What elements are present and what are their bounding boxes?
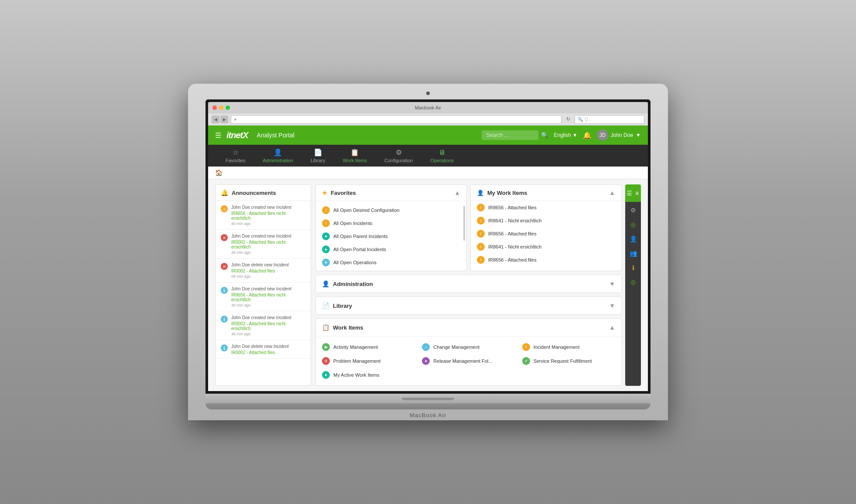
back-button[interactable]: ◀: [212, 116, 219, 123]
nav-item-operations-label: Operations: [430, 158, 454, 163]
app-logo: itnetX: [226, 130, 248, 140]
sidebar-target-icon[interactable]: ◎: [627, 218, 640, 231]
browser-search[interactable]: 🔍 Q...: [575, 115, 644, 124]
announcements-title: Announcements: [232, 190, 276, 196]
announcement-content: John Doe delete new Incident IR0002 - At…: [231, 344, 305, 355]
home-icon[interactable]: 🏠: [215, 169, 223, 176]
main-content: 🔔 Announcements ⚠ John Doe created new I…: [208, 179, 648, 391]
list-item[interactable]: ● All Open Operations: [316, 256, 466, 269]
favorites-card-header: ★ Favorites ▲: [316, 185, 466, 201]
list-item[interactable]: ! IR8656 - Attached files: [471, 227, 621, 240]
work-item-icon: !: [477, 256, 485, 264]
info-icon: ℹ: [221, 316, 228, 323]
favorites-collapse-button[interactable]: ▲: [454, 189, 460, 196]
header-search-input[interactable]: [482, 130, 538, 140]
notifications-bell-icon[interactable]: 🔔: [583, 131, 592, 140]
my-work-items-body: ! IR8656 - Attached files ! IR8641 - Nic…: [471, 201, 621, 266]
incident-management-icon: !: [522, 343, 530, 351]
work-item-icon: !: [477, 204, 485, 211]
announcement-link[interactable]: IR0002 - Attached files nicht ersichtlic…: [231, 240, 305, 249]
my-work-items-collapse-button[interactable]: ▲: [609, 189, 615, 196]
browser-title: Macbook Air: [415, 105, 442, 110]
announcement-text: John Doe created new Incident: [231, 286, 305, 292]
announcement-link[interactable]: IR0002 - Attached files: [231, 350, 305, 355]
announcements-bell-icon: 🔔: [221, 189, 228, 196]
list-item[interactable]: ✓ Service Request Fulfillment: [522, 356, 615, 366]
announcement-text: John Doe created new Incident: [231, 204, 305, 210]
nav-item-operations[interactable]: 🖥 Operations: [421, 145, 462, 167]
app-content: ☰ itnetX Analyst Portal 🔍 English ▼ 🔔: [208, 126, 648, 391]
administration-section: 👤 Administration ▼: [315, 275, 622, 293]
favorites-item-label: All Open Incidents: [333, 221, 372, 226]
library-icon: 📄: [322, 302, 329, 309]
nav-item-work-items[interactable]: 📋 Work Items: [334, 145, 376, 167]
library-section-header[interactable]: 📄 Library ▼: [316, 297, 621, 314]
announcement-item: ℹ John Doe delete new Incident IR0002 - …: [216, 340, 311, 359]
administration-expand-icon[interactable]: ▼: [609, 280, 615, 287]
list-item[interactable]: ! IR8641 - Nicht ersichtlich: [471, 214, 621, 227]
refresh-button[interactable]: ↻: [564, 116, 572, 123]
nav-bar: ☆ Favorites 👤 Administration 📄 Library 📋…: [208, 145, 648, 167]
maximize-window-button[interactable]: [226, 106, 230, 110]
list-item[interactable]: ● My Active Work Items: [322, 370, 415, 380]
list-item[interactable]: !! Problem Management: [322, 356, 415, 366]
administration-section-title: 👤 Administration: [322, 280, 373, 287]
forward-button[interactable]: ▶: [220, 116, 228, 123]
nav-item-library[interactable]: 📄 Library: [302, 145, 334, 167]
library-section: 📄 Library ▼: [315, 296, 622, 315]
work-item-label: IR8641 - Nicht ersichtlich: [488, 218, 541, 223]
list-item[interactable]: ▶ Activity Management: [322, 342, 415, 352]
announcement-link[interactable]: IR0002 - Attached files: [231, 269, 305, 273]
nav-item-configuration[interactable]: ⚙ Configuration: [376, 145, 421, 167]
release-management-icon: ●: [422, 357, 430, 365]
header-search-icon[interactable]: 🔍: [541, 132, 548, 139]
work-item-label: IR8656 - Attached files: [488, 231, 537, 236]
hamburger-menu-icon[interactable]: ☰: [215, 131, 221, 140]
work-items-nav-icon: 📋: [350, 148, 359, 157]
sidebar-info-icon[interactable]: ℹ: [627, 261, 640, 274]
sidebar-user-icon[interactable]: 👤: [627, 232, 640, 245]
announcement-time: 40 min ago: [231, 303, 305, 307]
sidebar-settings-icon[interactable]: ⚙: [627, 204, 640, 217]
browser-toolbar: ◀ ▶ + ↻ 🔍 Q...: [208, 113, 648, 126]
nav-item-administration[interactable]: 👤 Administration: [254, 145, 302, 167]
nav-item-favorites[interactable]: ☆ Favorites: [217, 145, 254, 167]
library-expand-icon[interactable]: ▼: [609, 302, 615, 309]
language-arrow-icon: ▼: [572, 132, 578, 138]
announcement-link[interactable]: IR8656 - Attached files nicht ersichtlic…: [231, 211, 305, 221]
administration-nav-icon: 👤: [274, 148, 282, 157]
list-item[interactable]: ● All Open Parent Incidents: [316, 230, 466, 243]
nav-item-library-label: Library: [311, 158, 325, 163]
list-item[interactable]: → Change Management: [422, 342, 515, 352]
favorites-item-icon: ●: [322, 245, 330, 253]
list-item[interactable]: ! IR8656 - Attached files: [471, 201, 621, 214]
sidebar-circle-icon[interactable]: ◎: [627, 276, 640, 289]
administration-section-header[interactable]: 👤 Administration ▼: [316, 275, 621, 293]
work-items-section-header[interactable]: 📋 Work Items ▲: [316, 319, 621, 336]
sidebar-grid-icon[interactable]: ≡: [633, 187, 641, 200]
list-item[interactable]: ! All Open Incidents: [316, 217, 466, 230]
screen-bezel: Macbook Air ◀ ▶ + ↻ 🔍 Q...: [205, 99, 651, 394]
list-item[interactable]: ! All Open Desired Configuration: [316, 204, 466, 217]
work-item-icon: !: [477, 217, 485, 225]
scrollbar[interactable]: [463, 204, 466, 271]
minimize-window-button[interactable]: [219, 106, 223, 110]
right-sidebar: ☰ ≡ ⚙ ◎ 👤 👥 ℹ ◎: [625, 184, 641, 386]
list-item[interactable]: ● All Open Portal Incidents: [316, 243, 466, 256]
list-item[interactable]: ● Release Management Fol...: [422, 356, 515, 366]
close-window-button[interactable]: [212, 106, 217, 110]
sidebar-users-icon[interactable]: 👥: [627, 247, 640, 260]
address-bar[interactable]: +: [231, 115, 562, 124]
announcement-link[interactable]: IR8656 - Attached files nicht ersichtlic…: [231, 293, 305, 302]
list-item[interactable]: ! IR8641 - Nicht ersichtlich: [471, 240, 621, 253]
language-selector[interactable]: English ▼: [554, 132, 577, 138]
list-item[interactable]: ! Incident Management: [522, 342, 615, 352]
panels-area: ★ Favorites ▲ ! All Open Desired Configu…: [315, 184, 622, 386]
work-items-collapse-icon[interactable]: ▲: [609, 324, 615, 331]
list-item[interactable]: ! IR8656 - Attached files: [471, 253, 621, 266]
work-items-section-body: ▶ Activity Management → Change Managemen…: [316, 336, 621, 385]
error-icon: ✕: [221, 263, 228, 270]
announcement-link[interactable]: IR0002 - Attached files nicht ersichtlic…: [231, 321, 305, 331]
user-menu[interactable]: JD John Doe ▼: [597, 129, 641, 141]
sidebar-list-icon[interactable]: ☰: [625, 187, 633, 200]
